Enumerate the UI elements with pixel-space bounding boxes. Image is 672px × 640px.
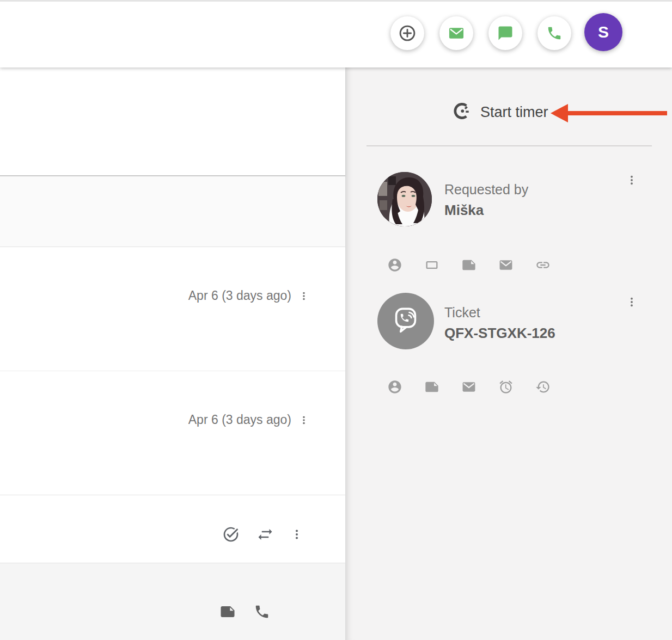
compose-email-button[interactable] bbox=[439, 16, 473, 50]
message-date: Apr 6 (3 days ago) bbox=[188, 413, 291, 427]
ticket-label: Ticket bbox=[444, 303, 555, 323]
new-call-button[interactable] bbox=[537, 16, 571, 50]
link-icon[interactable] bbox=[535, 257, 551, 273]
phone-icon[interactable] bbox=[254, 604, 270, 620]
requester-name: Miška bbox=[444, 200, 528, 221]
thread-subheader-strip bbox=[0, 176, 345, 247]
requester-avatar bbox=[377, 172, 432, 226]
sidebar-divider bbox=[366, 145, 652, 146]
phone-icon bbox=[546, 25, 563, 41]
alarm-icon[interactable] bbox=[498, 379, 514, 395]
new-chat-button[interactable] bbox=[488, 16, 522, 50]
message-meta-row: Apr 6 (3 days ago) bbox=[188, 288, 309, 303]
app-window: S Apr 6 (3 days ago) Apr 6 (3 days ago) bbox=[0, 0, 672, 640]
ticket-info: Ticket QFX-STGXK-126 bbox=[444, 303, 555, 344]
user-initial: S bbox=[598, 23, 609, 41]
start-timer-button[interactable]: Start timer bbox=[453, 101, 548, 123]
top-action-bar: S bbox=[0, 0, 672, 67]
reply-footer-strip bbox=[0, 563, 345, 640]
ticket-details-sidebar: Start timer bbox=[345, 67, 672, 640]
kebab-icon[interactable] bbox=[298, 415, 309, 426]
note-icon[interactable] bbox=[461, 257, 476, 273]
arrow-shaft bbox=[565, 111, 667, 115]
person-icon[interactable] bbox=[387, 257, 402, 273]
plus-circle-icon bbox=[398, 23, 417, 43]
reply-footer-toolbar bbox=[219, 604, 270, 620]
contact-shortcut-row bbox=[387, 257, 551, 273]
person-icon[interactable] bbox=[387, 379, 402, 395]
add-button[interactable] bbox=[390, 16, 424, 50]
mail-icon bbox=[448, 24, 465, 42]
history-icon[interactable] bbox=[535, 379, 551, 395]
kebab-icon[interactable] bbox=[291, 528, 303, 540]
note-icon[interactable] bbox=[219, 604, 236, 620]
chat-icon bbox=[497, 25, 514, 41]
ticket-shortcut-row bbox=[387, 379, 551, 395]
thread-header-card bbox=[0, 67, 345, 176]
requester-info: Requested by Miška bbox=[444, 180, 528, 221]
message-date: Apr 6 (3 days ago) bbox=[188, 288, 291, 303]
mail-icon[interactable] bbox=[498, 257, 514, 273]
transfer-arrows-icon[interactable] bbox=[257, 526, 273, 543]
resolve-check-icon[interactable] bbox=[222, 526, 240, 543]
reply-toolbar-card bbox=[0, 495, 345, 563]
user-avatar-button[interactable]: S bbox=[584, 13, 622, 51]
note-icon[interactable] bbox=[424, 379, 439, 395]
ticket-id: QFX-STGXK-126 bbox=[444, 323, 555, 344]
requested-by-label: Requested by bbox=[444, 180, 528, 200]
message-card: Apr 6 (3 days ago) bbox=[0, 247, 345, 371]
kebab-icon[interactable] bbox=[298, 291, 309, 301]
timer-icon bbox=[453, 101, 472, 123]
viber-icon bbox=[389, 303, 423, 339]
ticket-thread-panel: Apr 6 (3 days ago) Apr 6 (3 days ago) bbox=[0, 67, 345, 640]
mail-icon[interactable] bbox=[461, 379, 476, 395]
arrow-head bbox=[551, 104, 568, 122]
kebab-icon[interactable] bbox=[626, 296, 638, 308]
start-timer-label: Start timer bbox=[480, 104, 548, 121]
reply-toolbar bbox=[222, 526, 303, 543]
viber-channel-avatar bbox=[377, 293, 434, 349]
message-meta-row: Apr 6 (3 days ago) bbox=[188, 413, 309, 427]
message-card: Apr 6 (3 days ago) bbox=[0, 371, 345, 495]
kebab-icon[interactable] bbox=[626, 174, 638, 186]
annotation-arrow bbox=[551, 104, 667, 122]
card-icon[interactable] bbox=[424, 257, 439, 273]
